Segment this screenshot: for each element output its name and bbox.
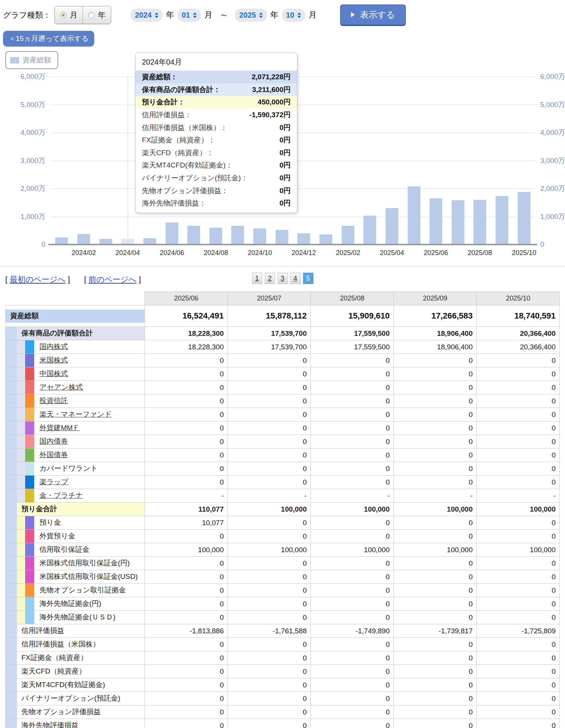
page-button-5[interactable]: 5 [303, 273, 313, 284]
tooltip-row-value: 450,000円 [258, 97, 291, 107]
asset-category-link[interactable]: 米国株式 [39, 356, 68, 365]
bar-2025/06[interactable] [429, 198, 442, 245]
page-button-2[interactable]: 2 [265, 273, 275, 284]
start-year-select[interactable]: 2024 [131, 9, 163, 22]
legend-label: 資産総額 [23, 55, 51, 65]
table-row: 投資信託00000 [6, 394, 560, 408]
row-label-cell: 保有商品の評価額合計 [6, 327, 145, 340]
asset-category-link[interactable]: 国内株式 [39, 342, 68, 352]
row-label-cell: 信用評価損益（米国株） [6, 638, 145, 651]
value-cell: 0 [394, 530, 477, 543]
row-label: 先物オプション評価損益 [17, 705, 145, 719]
bracket: ] [68, 275, 70, 284]
asset-category-link[interactable]: 投資信託 [39, 396, 68, 406]
bar-2024/06[interactable] [166, 222, 178, 245]
asset-category-link[interactable]: 楽ラップ [39, 477, 68, 487]
row-label-layout: 海外先物証拠金(ＵＳＤ) [6, 611, 145, 624]
asset-category-link[interactable]: 国内債券 [39, 437, 68, 446]
table-row: アセアン株式00000 [6, 381, 560, 394]
row-label-cell: FX証拠金（純資産） [6, 651, 145, 665]
section-stripe [17, 408, 25, 421]
value-cell: 17,266,583 [394, 305, 477, 327]
first-page-link[interactable]: 最初のページへ [10, 275, 66, 284]
y-axis-tick-left: 6,000万 [20, 72, 45, 82]
page-button-1[interactable]: 1 [252, 273, 262, 284]
bar-2024/12[interactable] [297, 233, 310, 245]
asset-category-link[interactable]: 外国債券 [39, 450, 68, 460]
value-cell: 0 [145, 449, 228, 462]
radio-year[interactable]: 年 [83, 6, 111, 24]
end-month-select[interactable]: 10 [282, 9, 305, 22]
value-cell: 0 [228, 557, 311, 570]
back-15-months-button[interactable]: ＜15ヵ月遡って表示する [3, 31, 94, 47]
bar-2025/10[interactable] [518, 192, 530, 245]
value-cell: 0 [477, 421, 560, 435]
page-button-3[interactable]: 3 [277, 273, 288, 284]
stepper-icon [297, 12, 301, 18]
x-axis-tick: 2024/12 [291, 249, 316, 257]
value-cell: 0 [228, 516, 311, 530]
legend-asset-total[interactable]: 資産総額 [5, 51, 58, 69]
page-button-4[interactable]: 4 [290, 273, 300, 284]
row-label-layout: 外国債券 [6, 449, 145, 462]
value-cell: 100,000 [311, 503, 394, 516]
asset-category-link[interactable]: 外貨建MMＦ [39, 423, 80, 433]
value-cell: 0 [145, 719, 228, 728]
stepper-icon [193, 12, 197, 18]
show-button[interactable]: 表示する [340, 5, 406, 26]
indent-stripe [6, 327, 17, 340]
section-stripe [17, 557, 25, 570]
asset-category-link[interactable]: アセアン株式 [39, 383, 83, 392]
end-year-select[interactable]: 2025 [235, 9, 267, 22]
row-label: 信用取引保証金 [34, 543, 145, 556]
date-range-controls: 2024 年 01 月 ～ 2025 年 10 月 [131, 9, 317, 22]
start-month-select[interactable]: 01 [178, 9, 201, 22]
value-cell: 0 [145, 678, 228, 692]
asset-total-chart: 資産総額 6,000万6,000万5,000万5,000万4,000万4,000… [0, 47, 565, 262]
prev-page-link[interactable]: 前のページへ [89, 275, 137, 284]
start-month-suffix: 月 [204, 9, 212, 21]
bar-2024/07[interactable] [187, 226, 200, 245]
tooltip-row-value: 2,071,228円 [252, 72, 291, 82]
row-label-layout: 海外先物評価損益 [6, 719, 145, 728]
bar-2024/02[interactable] [77, 234, 90, 245]
value-cell: 0 [228, 611, 311, 624]
bar-2025/08[interactable] [473, 200, 486, 245]
asset-category-link[interactable]: 楽天・マネーファンド [39, 410, 112, 419]
bar-2024/10[interactable] [253, 228, 266, 245]
bar-2025/07[interactable] [452, 200, 464, 245]
row-label: 楽ラップ [34, 476, 145, 489]
value-cell: 0 [477, 638, 560, 651]
value-cell: 0 [145, 408, 228, 421]
section-stripe [17, 462, 25, 475]
table-row: 中国株式00000 [6, 367, 560, 381]
bar-2024/09[interactable] [231, 226, 244, 245]
bar-2025/01[interactable] [319, 234, 332, 245]
indent-stripe [6, 611, 17, 624]
value-cell: 0 [228, 408, 311, 421]
row-label: 外貨建MMＦ [34, 421, 145, 435]
indent-stripe [6, 584, 17, 597]
color-swatch [25, 381, 34, 394]
bar-2025/02[interactable] [342, 226, 354, 245]
bar-2025/04[interactable] [386, 208, 398, 245]
section-stripe [17, 476, 25, 489]
bar-2025/05[interactable] [408, 186, 420, 245]
x-axis-tick: 2024/10 [247, 249, 272, 257]
bar-2025/09[interactable] [496, 196, 508, 245]
bar-2024/11[interactable] [276, 230, 288, 245]
value-cell: 0 [145, 394, 228, 408]
row-label-cell: 預り金合計 [6, 503, 145, 516]
bar-2024/08[interactable] [209, 228, 222, 245]
range-separator: ～ [220, 9, 228, 21]
row-label: 米国株式信用取引保証金(USD) [34, 570, 145, 583]
radio-month[interactable]: 月 [55, 6, 83, 24]
table-row: 信用評価損益-1,813,886-1,761,588-1,749,890-1,7… [6, 624, 560, 638]
asset-category-link[interactable]: 金・プラチナ [39, 491, 83, 500]
bar-2025/03[interactable] [363, 216, 376, 245]
value-cell: 0 [394, 394, 477, 408]
asset-category-link[interactable]: 中国株式 [39, 369, 68, 379]
value-cell: 100,000 [477, 543, 560, 557]
value-cell: 0 [394, 638, 477, 651]
table-row: 楽ラップ00000 [6, 476, 560, 489]
